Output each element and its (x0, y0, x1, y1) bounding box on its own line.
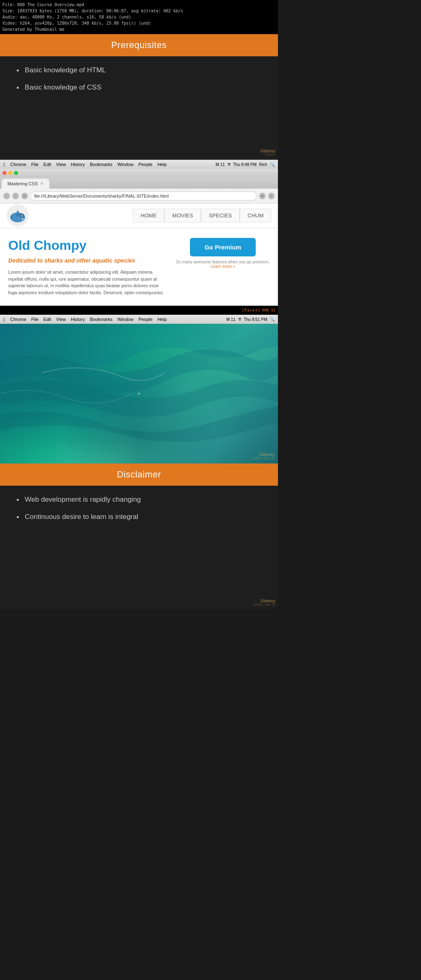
menu2-chrome[interactable]: Chrome (10, 317, 26, 322)
list-item: Basic knowledge of HTML (16, 66, 261, 75)
packt-badge-1: [Packt] 000.15 (0, 306, 278, 315)
file-info-line5: Generated by Thumbnail me (2, 26, 275, 32)
mac-desktop: Udemy VIDEO> 000.30 (0, 324, 278, 463)
menu2-window[interactable]: Window (118, 317, 134, 322)
cta-learn-more-link[interactable]: Learn more » (210, 264, 235, 269)
mac-menubar-right-2: M 11 ⇈ Thu 9:51 PM 🔍 (227, 317, 275, 322)
refresh-button[interactable]: ↻ (21, 193, 28, 199)
disclaimer-title: Disclaimer (117, 469, 161, 480)
chrome-tabs: Mastering CSS ✕ (0, 177, 278, 189)
menubar2-info: M 11 (227, 317, 236, 322)
list-item: Basic knowledge of CSS (16, 83, 261, 92)
nav-chum[interactable]: CHUM (240, 209, 271, 222)
menubar-wifi: ⇈ (227, 162, 231, 167)
file-info-line3: Audio: aac, 48000 Hz, 2 channels, s16, 5… (2, 14, 275, 20)
udemy-watermark: Udemy VIDEO> (260, 148, 275, 157)
browser-screenshot-1:  Chrome File Edit View History Bookmark… (0, 159, 278, 315)
mac-menubar-left-2:  Chrome File Edit View History Bookmark… (3, 316, 167, 323)
menu2-edit[interactable]: Edit (44, 317, 51, 322)
menu-view[interactable]: View (56, 162, 66, 167)
site-title: Old Chompy (8, 238, 168, 253)
tab-close-icon[interactable]: ✕ (40, 182, 44, 186)
close-button[interactable] (2, 171, 7, 175)
site-body-text: Lorem ipsum dolor sit amet, consectetur … (8, 269, 168, 296)
site-tagline: Dedicated to sharks and other aquatic sp… (8, 257, 168, 264)
extensions-icon[interactable]: ≡ (268, 193, 275, 199)
site-logo (7, 204, 29, 227)
menu2-people[interactable]: People (139, 317, 153, 322)
list-item: Continuous desire to learn is integral (16, 513, 261, 522)
disclaimer-header: Disclaimer (0, 463, 278, 486)
menu2-bookmarks[interactable]: Bookmarks (90, 317, 112, 322)
prerequisites-title: Prerequisites (111, 40, 167, 50)
site-cta: Go Premium So many awesome features when… (176, 238, 270, 269)
prerequisites-slide: Prerequisites Basic knowledge of HTML Ba… (0, 34, 278, 159)
menu-chrome[interactable]: Chrome (10, 162, 26, 167)
cta-subtitle: So many awesome features when you go pre… (176, 260, 270, 264)
mac-menubar:  Chrome File Edit View History Bookmark… (0, 160, 278, 169)
file-info-line4: Video: h264, yuv420p, 1280x720, 340 kb/s… (2, 20, 275, 26)
chrome-tab-active[interactable]: Mastering CSS ✕ (2, 179, 49, 189)
minimize-button[interactable] (8, 171, 12, 175)
file-info-line1: File: 000 The Course Overview.mp4 (2, 2, 275, 8)
udemy-watermark-desktop: Udemy VIDEO> 000.30 (252, 452, 275, 460)
prerequisites-body: Basic knowledge of HTML Basic knowledge … (0, 56, 278, 159)
menu-bookmarks[interactable]: Bookmarks (90, 162, 112, 167)
menu2-view[interactable]: View (56, 317, 66, 322)
site-hero-text: Old Chompy Dedicated to sharks and other… (8, 238, 168, 296)
menu-window[interactable]: Window (118, 162, 134, 167)
nav-species[interactable]: SPECIES (201, 209, 240, 222)
address-text: file:///Library/WebServer/Documents/shar… (34, 194, 169, 198)
desktop-screenshot-section:  Chrome File Edit View History Bookmark… (0, 315, 278, 463)
menu-people[interactable]: People (139, 162, 153, 167)
bookmark-icon[interactable]: ★ (259, 193, 266, 199)
disclaimer-slide: Disclaimer Web development is rapidly ch… (0, 463, 278, 609)
back-button[interactable]: ← (3, 193, 10, 199)
svg-point-5 (21, 216, 22, 217)
timestamp-1: 000.15 (262, 308, 275, 312)
chrome-omnibar: ← → ↻ file:///Library/WebServer/Document… (0, 189, 278, 203)
menubar-battery: M 11 (215, 162, 224, 167)
site-nav-links: HOME MOVIES SPECIES CHUM (133, 209, 271, 222)
go-premium-button[interactable]: Go Premium (190, 238, 256, 256)
timestamp-3: VIDEO> 000.53 (253, 603, 275, 606)
menubar-time: Thu 9:48 PM (233, 162, 257, 167)
chrome-titlebar (0, 169, 278, 177)
nav-home[interactable]: HOME (133, 209, 164, 222)
cursor-dot (138, 393, 140, 394)
maximize-button[interactable] (14, 171, 18, 175)
menubar2-time: Thu 9:51 PM (244, 317, 267, 322)
menubar2-search-icon[interactable]: 🔍 (270, 317, 275, 322)
menu-history[interactable]: History (71, 162, 85, 167)
menubar-user: Rich (259, 162, 267, 167)
menubar2-wifi: ⇈ (238, 317, 241, 322)
site-hero: Old Chompy Dedicated to sharks and other… (0, 228, 278, 306)
menu2-history[interactable]: History (71, 317, 85, 322)
website-content: HOME MOVIES SPECIES CHUM Old Chompy Dedi… (0, 203, 278, 306)
mac-menubar-2:  Chrome File Edit View History Bookmark… (0, 315, 278, 324)
menubar-search-icon[interactable]: 🔍 (270, 162, 275, 167)
disclaimer-body: Web development is rapidly changing Cont… (0, 486, 278, 609)
address-bar[interactable]: file:///Library/WebServer/Documents/shar… (30, 191, 257, 201)
list-item: Web development is rapidly changing (16, 496, 261, 505)
prerequisites-header: Prerequisites (0, 34, 278, 56)
nav-movies[interactable]: MOVIES (164, 209, 201, 222)
disclaimer-list: Web development is rapidly changing Cont… (16, 496, 261, 522)
packt-logo-text: [Packt] (242, 308, 261, 312)
mac-menubar-right: M 11 ⇈ Thu 9:48 PM Rich 🔍 (215, 162, 275, 167)
menu2-file[interactable]: File (31, 317, 39, 322)
menu-file[interactable]: File (31, 162, 39, 167)
tab-label: Mastering CSS (7, 181, 38, 186)
apple-logo-icon:  (3, 161, 5, 168)
menu-help[interactable]: Help (157, 162, 167, 167)
udemy-watermark-slide2: Udemy VIDEO> 000.53 (253, 598, 275, 606)
traffic-lights (2, 171, 18, 175)
mac-menubar-left:  Chrome File Edit View History Bookmark… (3, 161, 167, 168)
file-info-line2: Size: 18437933 bytes (1758 MB), duration… (2, 8, 275, 14)
menu2-help[interactable]: Help (157, 317, 167, 322)
file-info-section: File: 000 The Course Overview.mp4 Size: … (0, 0, 278, 34)
apple-logo-icon-2:  (3, 316, 5, 323)
prerequisites-list: Basic knowledge of HTML Basic knowledge … (16, 66, 261, 92)
menu-edit[interactable]: Edit (44, 162, 51, 167)
forward-button[interactable]: → (12, 193, 19, 199)
